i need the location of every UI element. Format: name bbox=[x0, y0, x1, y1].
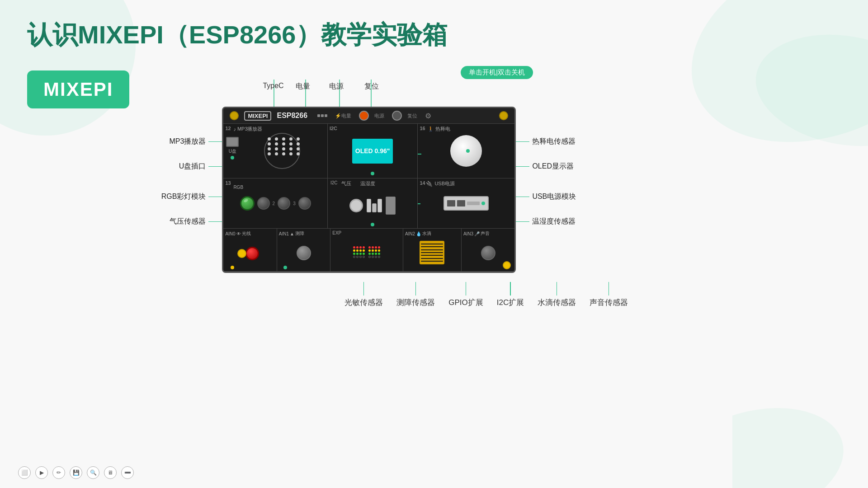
bottom-label-i2c: I2C扩展 bbox=[497, 297, 524, 308]
left-label-mp3: MP3播放器 bbox=[169, 137, 206, 146]
mp3-label: ♪ MP3播放器 bbox=[233, 126, 262, 132]
left-label-rgb: RGB彩灯模块 bbox=[161, 192, 206, 202]
bottom-label-sound: 声音传感器 bbox=[590, 297, 628, 308]
pir-label: 🚶 热释电 bbox=[428, 126, 450, 132]
board-header: MIXEPI ESP8266 ⚡电量 电源 复位 ⚙ bbox=[223, 108, 514, 124]
mixepi-logo: MIXEPI bbox=[27, 70, 129, 108]
main-board: MIXEPI ESP8266 ⚡电量 电源 复位 ⚙ bbox=[222, 107, 516, 273]
bottom-label-gpio: GPIO扩展 bbox=[448, 297, 483, 308]
toolbar-btn-2[interactable]: ▶ bbox=[35, 466, 48, 479]
humidity-label: 温湿度 bbox=[360, 180, 375, 187]
label-typec: TypeC bbox=[263, 82, 283, 90]
page-title: 认识MIXEPI（ESP8266）教学实验箱 bbox=[27, 18, 841, 52]
rgb-knobs: 2 3 bbox=[240, 196, 311, 211]
expansion-cell: EXP bbox=[330, 229, 403, 271]
board-row-1: 12 ♪ MP3播放器 U盘 bbox=[223, 124, 514, 178]
light-label: 光线 bbox=[242, 230, 251, 237]
toolbar-btn-1[interactable]: ⬜ bbox=[18, 466, 31, 479]
board-right-btn[interactable] bbox=[499, 111, 508, 120]
board-power-btn[interactable] bbox=[230, 111, 239, 120]
water-label: 水滴 bbox=[422, 230, 431, 237]
sensor-modules bbox=[349, 197, 396, 215]
rgb-sublabel: RGB bbox=[233, 185, 243, 190]
pir-cell: 16 🚶 热释电 bbox=[418, 124, 514, 178]
usb-slot-area: U盘 bbox=[226, 137, 239, 160]
main-content: 认识MIXEPI（ESP8266）教学实验箱 MIXEPI 单击开机|双击关机 bbox=[0, 0, 868, 326]
right-label-usbpower: USB电源模块 bbox=[532, 192, 576, 202]
left-label-pressure: 气压传感器 bbox=[170, 217, 206, 226]
water-sensor bbox=[420, 241, 444, 264]
pir-dome bbox=[450, 135, 482, 167]
board-brand: MIXEPI bbox=[244, 111, 271, 121]
sound-sensor bbox=[481, 246, 495, 260]
light-sensor-module bbox=[241, 247, 259, 260]
obstacle-label: 测障 bbox=[295, 230, 304, 237]
oled-screen: OLED 0.96" bbox=[352, 139, 393, 164]
label-battery: 电量 bbox=[296, 82, 310, 91]
board-row-3: AIN0 👁 光线 bbox=[223, 229, 514, 272]
usb-module bbox=[443, 196, 489, 211]
board-model: ESP8266 bbox=[277, 112, 307, 120]
usb-power-label: USB电源 bbox=[434, 180, 455, 187]
svg-point-2 bbox=[732, 389, 856, 488]
speaker-pattern bbox=[264, 133, 300, 169]
right-label-oled: OLED显示器 bbox=[532, 162, 574, 171]
label-reset: 复位 bbox=[364, 82, 379, 91]
board-row-2: 13 RGB 2 bbox=[223, 178, 514, 229]
mp3-cell: 12 ♪ MP3播放器 U盘 bbox=[223, 124, 328, 178]
label-power: 电源 bbox=[329, 82, 344, 91]
left-label-udisk: U盘插口 bbox=[179, 162, 206, 171]
oled-cell: I2C OLED 0.96" bbox=[328, 124, 418, 178]
power-indicator bbox=[359, 111, 369, 121]
usb-power-cell: 14 🔌 USB电源 bbox=[418, 178, 514, 228]
water-sensor-cell: AIN2 💧 水滴 bbox=[403, 229, 462, 271]
pressure-humidity-cell: I2C 气压 温湿度 bbox=[328, 178, 418, 228]
toolbar-btn-7[interactable]: ➖ bbox=[121, 466, 134, 479]
pressure-label: 气压 bbox=[341, 180, 351, 187]
bottom-label-light: 光敏传感器 bbox=[344, 297, 383, 308]
right-label-humidity: 温湿度传感器 bbox=[532, 217, 576, 226]
sound-sensor-cell: AIN3 🎤 声音 bbox=[462, 229, 514, 271]
right-annotations: 热释电传感器 OLED显示器 USB电源模块 温湿度传感器 bbox=[516, 107, 606, 234]
obstacle-sensor-cell: AIN1 ▲ 测障 bbox=[277, 229, 330, 271]
reset-btn[interactable] bbox=[392, 111, 402, 121]
expansion-pins bbox=[353, 246, 380, 258]
sound-label: 声音 bbox=[481, 230, 490, 237]
obstacle-sensor bbox=[297, 246, 311, 260]
bottom-label-obstacle: 测障传感器 bbox=[396, 297, 435, 308]
toolbar-btn-5[interactable]: 🔍 bbox=[87, 466, 99, 479]
bottom-toolbar: ⬜ ▶ ✏ 💾 🔍 🖥 ➖ bbox=[18, 466, 134, 479]
rgb-cell: 13 RGB 2 bbox=[223, 178, 328, 228]
light-sensor-cell: AIN0 👁 光线 bbox=[223, 229, 277, 271]
toolbar-btn-3[interactable]: ✏ bbox=[52, 466, 65, 479]
left-annotations: MP3播放器 U盘插口 RGB彩灯模块 气压传感器 bbox=[138, 107, 222, 234]
toolbar-btn-4[interactable]: 💾 bbox=[70, 466, 82, 479]
bottom-label-water: 水滴传感器 bbox=[538, 297, 576, 308]
toolbar-btn-6[interactable]: 🖥 bbox=[104, 466, 117, 479]
right-label-pir: 热释电传感器 bbox=[532, 137, 576, 146]
bottom-labels: 光敏传感器 测障传感器 GPIO扩展 I2C扩展 水滴传感器 bbox=[138, 282, 841, 308]
